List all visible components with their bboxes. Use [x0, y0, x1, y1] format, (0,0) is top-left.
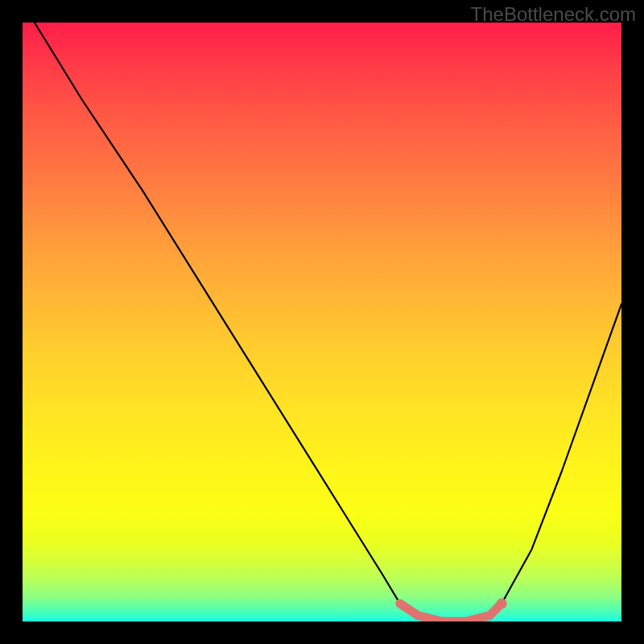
highlight-endpoint-dot	[497, 598, 507, 609]
watermark-text: TheBottleneck.com	[471, 3, 636, 26]
chart-svg	[23, 23, 621, 621]
plot-area	[23, 23, 621, 621]
highlight-segment	[400, 604, 502, 621]
chart-frame: TheBottleneck.com	[0, 0, 644, 644]
curve-line	[35, 23, 621, 621]
